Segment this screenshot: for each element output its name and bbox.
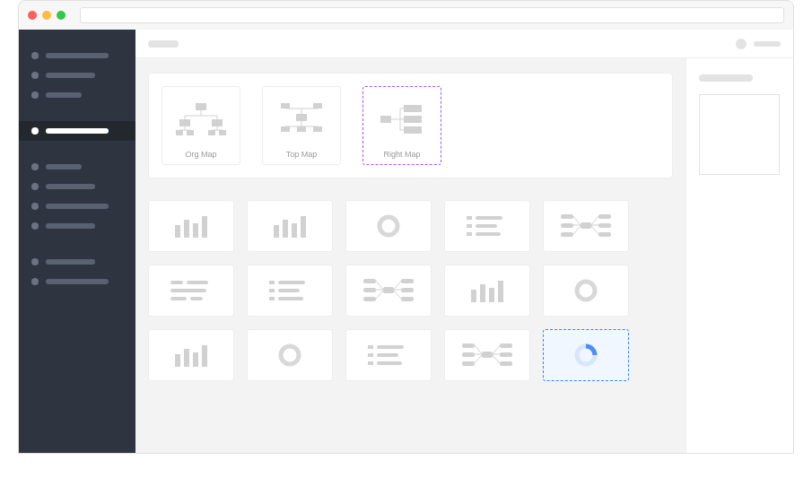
avatar[interactable]	[736, 39, 747, 49]
svg-rect-63	[187, 281, 208, 284]
sidebar-item[interactable]	[19, 46, 135, 65]
svg-rect-18	[281, 103, 290, 109]
chart-card-donut[interactable]	[543, 265, 629, 317]
svg-rect-62	[170, 281, 183, 284]
svg-line-83	[394, 281, 401, 290]
chart-card-bar[interactable]	[247, 200, 333, 252]
sidebar-item[interactable]	[19, 252, 135, 272]
svg-rect-43	[467, 216, 472, 220]
svg-rect-104	[462, 361, 475, 366]
list-icon	[267, 277, 312, 304]
svg-rect-72	[278, 297, 303, 300]
map-card-label: Org Map	[185, 150, 216, 159]
svg-rect-19	[313, 103, 322, 109]
minimize-icon[interactable]	[42, 11, 51, 20]
svg-rect-77	[401, 279, 414, 283]
chart-card-bar[interactable]	[148, 200, 234, 252]
svg-line-56	[573, 216, 581, 225]
svg-rect-28	[404, 105, 422, 112]
main-area: Org MapTop MapRight Map	[135, 30, 793, 453]
user-name-placeholder	[754, 41, 781, 47]
donut-icon	[276, 342, 303, 369]
address-bar[interactable]	[80, 7, 784, 23]
bullet-icon	[31, 127, 39, 135]
svg-rect-93	[193, 352, 198, 367]
sidebar-item[interactable]	[19, 65, 135, 85]
donut-blue-icon	[572, 342, 599, 369]
svg-rect-50	[561, 223, 573, 228]
svg-rect-30	[404, 126, 422, 134]
svg-rect-10	[187, 130, 194, 135]
sidebar	[19, 30, 135, 453]
svg-rect-76	[383, 287, 394, 293]
map-card-label: Right Map	[383, 150, 420, 159]
chart-card-donut[interactable]	[247, 329, 333, 381]
svg-rect-34	[175, 225, 180, 238]
svg-line-112	[493, 345, 500, 354]
map-card-right[interactable]: Right Map	[362, 86, 441, 165]
mind-icon	[561, 213, 611, 239]
sidebar-item[interactable]	[19, 85, 135, 105]
svg-rect-65	[170, 297, 187, 300]
svg-rect-87	[480, 284, 485, 302]
svg-rect-86	[471, 290, 476, 302]
chart-card-list[interactable]	[247, 265, 333, 317]
svg-rect-9	[176, 130, 183, 135]
sidebar-item[interactable]	[19, 196, 135, 216]
svg-rect-22	[281, 126, 290, 132]
sidebar-item-label-placeholder	[46, 184, 95, 189]
svg-rect-103	[462, 352, 475, 357]
bullet-icon	[31, 91, 39, 99]
sidebar-item-label-placeholder	[46, 259, 95, 265]
svg-rect-29	[404, 116, 422, 123]
list-icon	[366, 342, 411, 369]
maximize-icon[interactable]	[57, 11, 65, 20]
chart-card-mind[interactable]	[345, 265, 432, 317]
map-card-top[interactable]: Top Map	[262, 86, 341, 165]
svg-point-95	[281, 346, 299, 364]
sidebar-item[interactable]	[19, 177, 135, 196]
chart-card-donut[interactable]	[345, 200, 432, 252]
svg-rect-100	[368, 361, 373, 365]
svg-rect-96	[368, 345, 373, 349]
svg-rect-14	[219, 130, 226, 135]
map-card-label: Top Map	[286, 150, 318, 159]
app-window: Org MapTop MapRight Map	[0, 0, 812, 504]
svg-line-80	[376, 281, 383, 290]
chart-card-list[interactable]	[345, 329, 432, 381]
close-icon[interactable]	[28, 11, 37, 20]
chart-card-mind[interactable]	[444, 329, 530, 381]
sidebar-item[interactable]	[19, 272, 135, 291]
bullet-icon	[31, 203, 39, 210]
content: Org MapTop MapRight Map	[135, 58, 793, 453]
sidebar-item-label-placeholder	[46, 92, 82, 98]
svg-rect-5	[179, 119, 190, 126]
svg-rect-108	[500, 361, 512, 366]
chart-card-bar[interactable]	[444, 265, 530, 317]
svg-line-114	[493, 355, 500, 363]
map-card-org[interactable]: Org Map	[162, 86, 240, 165]
bar-icon	[270, 213, 310, 239]
bullet-icon	[31, 52, 39, 59]
bullet-icon	[31, 258, 39, 265]
sidebar-item[interactable]	[19, 121, 135, 141]
svg-rect-51	[561, 232, 573, 237]
chart-card-bar[interactable]	[148, 329, 234, 381]
org-map-icon	[168, 92, 234, 146]
svg-rect-88	[489, 288, 494, 302]
svg-rect-40	[292, 223, 297, 238]
sidebar-item[interactable]	[19, 157, 135, 177]
svg-rect-44	[476, 216, 502, 220]
svg-rect-91	[175, 354, 180, 367]
svg-rect-53	[598, 214, 611, 219]
chart-card-list[interactable]	[444, 200, 530, 252]
svg-rect-45	[467, 224, 472, 228]
chart-card-mind[interactable]	[543, 200, 629, 252]
svg-rect-24	[313, 126, 322, 132]
right-panel	[685, 58, 793, 453]
sidebar-item-label-placeholder	[46, 279, 109, 284]
chart-card-donut-blue[interactable]	[543, 329, 629, 381]
chart-card-text[interactable]	[148, 265, 234, 317]
chart-grid	[148, 200, 673, 381]
sidebar-item[interactable]	[19, 216, 135, 236]
